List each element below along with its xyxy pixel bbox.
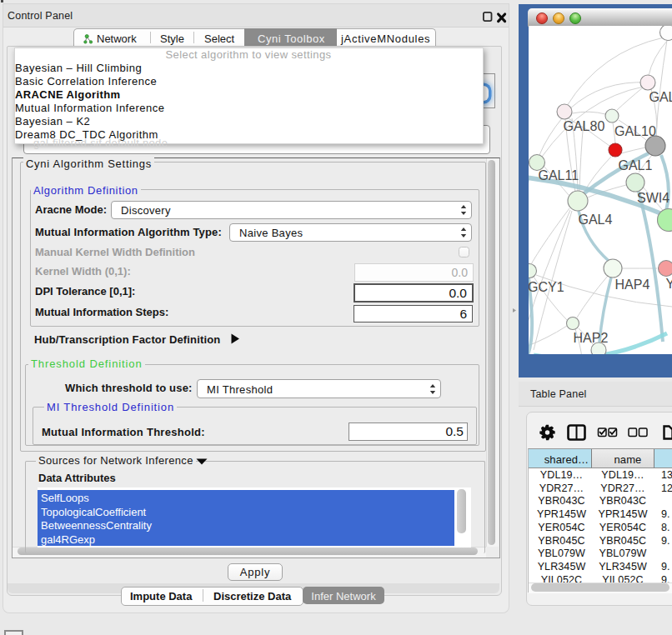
svg-text:SWI4: SWI4 bbox=[637, 191, 669, 205]
svg-text:GAL80: GAL80 bbox=[564, 119, 605, 133]
svg-text:GAL1: GAL1 bbox=[619, 158, 653, 172]
svg-text:HAP4: HAP4 bbox=[615, 278, 650, 292]
svg-text:GAL4: GAL4 bbox=[579, 212, 613, 227]
svg-text:GAL7: GAL7 bbox=[649, 90, 672, 104]
svg-text:GAL11: GAL11 bbox=[539, 168, 579, 182]
svg-text:GCY1: GCY1 bbox=[529, 280, 564, 294]
svg-text:HAP2: HAP2 bbox=[574, 331, 609, 345]
svg-text:GAL10: GAL10 bbox=[614, 124, 656, 138]
svg-text:Y: Y bbox=[666, 277, 672, 291]
